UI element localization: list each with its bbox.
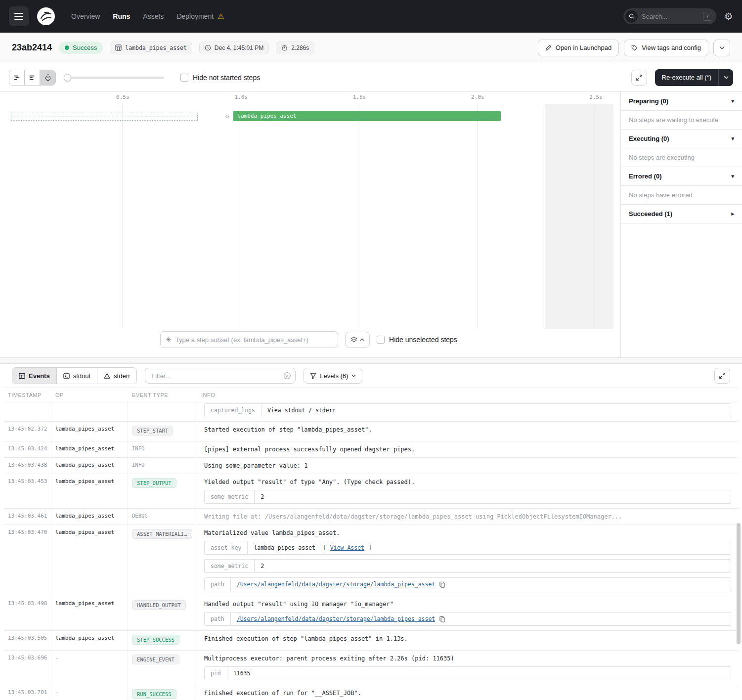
log-row[interactable]: 13:45:03.505lambda_pipes_assetSTEP_SUCCE…	[4, 631, 738, 651]
log-row[interactable]: 13:45:03.470lambda_pipes_assetASSET_MATE…	[4, 525, 738, 596]
log-info: captured_logsView stdout / stderr	[197, 402, 738, 421]
log-op: lambda_pipes_asset	[51, 509, 128, 525]
panel-splitter[interactable]	[0, 357, 742, 364]
log-message: Materialized value lambda_pipes_asset.	[204, 529, 731, 536]
metadata-entry: path/Users/alangenfeld/data/dagster/stor…	[204, 577, 731, 591]
expand-icon	[636, 74, 643, 81]
chevron-up-icon	[360, 338, 364, 341]
nav-item-overview[interactable]: Overview	[71, 12, 100, 20]
log-row[interactable]: captured_logsView stdout / stderr	[4, 402, 738, 422]
job-chip[interactable]: lambda_pipes_asset	[110, 42, 192, 54]
section-executing-header[interactable]: Executing (0) ▾	[621, 130, 742, 148]
log-filter	[145, 368, 296, 384]
log-info: Yielded output "result" of type "Any". (…	[197, 474, 738, 508]
log-row[interactable]: 13:45:03.453lambda_pipes_assetSTEP_OUTPU…	[4, 474, 738, 509]
timing-view-button[interactable]	[40, 70, 55, 85]
log-row[interactable]: 13:45:03.701-RUN_SUCCESSFinished executi…	[4, 685, 738, 700]
reexecute-all-button[interactable]: Re-execute all (*)	[655, 69, 718, 86]
time-axis-tick: 1.5s	[353, 94, 366, 100]
tab-stdout[interactable]: stdout	[57, 368, 97, 384]
copy-icon[interactable]	[439, 581, 445, 588]
log-row[interactable]: 13:45:03.438lambda_pipes_assetINFOUsing …	[4, 458, 738, 474]
waterfall-view-icon	[13, 74, 20, 81]
log-timestamp: 13:45:03.505	[4, 631, 51, 650]
tab-stderr[interactable]: stderr	[97, 368, 136, 384]
filter-input[interactable]	[145, 368, 296, 384]
section-errored-header[interactable]: Errored (0) ▾	[621, 167, 742, 186]
hamburger-menu-button[interactable]	[9, 6, 29, 26]
log-timestamp: 13:45:03.438	[4, 458, 51, 474]
log-info: Finished execution of run for "__ASSET_J…	[197, 685, 738, 700]
zoom-slider[interactable]	[65, 77, 164, 79]
event-type-badge: STEP_START	[132, 426, 173, 436]
levels-dropdown-button[interactable]: Levels (6)	[304, 368, 362, 384]
log-op: lambda_pipes_asset	[51, 596, 128, 630]
log-message: Handled output "result" using IO manager…	[204, 600, 731, 608]
gantt-fullscreen-button[interactable]	[631, 70, 647, 86]
log-op	[51, 402, 128, 421]
nav-item-assets[interactable]: Assets	[143, 12, 164, 20]
log-rows: captured_logsView stdout / stderr13:45:0…	[4, 402, 738, 700]
log-op: lambda_pipes_asset	[51, 458, 128, 474]
step-subset-input[interactable]	[175, 336, 333, 344]
log-op: lambda_pipes_asset	[51, 441, 128, 457]
flat-view-button[interactable]	[25, 70, 40, 85]
log-message: Multiprocess executor: parent process ex…	[204, 655, 731, 662]
metadata-path-link[interactable]: /Users/alangenfeld/data/dagster/storage/…	[237, 581, 436, 588]
tab-events[interactable]: Events	[12, 368, 57, 384]
metadata-key: some_metric	[205, 490, 255, 503]
hide-not-started-checkbox[interactable]	[180, 74, 188, 82]
copy-icon[interactable]	[439, 616, 445, 622]
section-preparing-header[interactable]: Preparing (0) ▾	[621, 92, 742, 111]
step-status-sidebar: Preparing (0) ▾ No steps are waiting to …	[620, 92, 742, 357]
settings-gear-icon[interactable]: ⚙	[724, 10, 733, 22]
metadata-value: 2	[255, 560, 270, 572]
view-asset-link[interactable]: View Asset	[330, 544, 364, 551]
run-actions-chevron-button[interactable]	[713, 40, 730, 56]
metadata-key: some_metric	[205, 560, 255, 572]
log-event-type: STEP_SUCCESS	[128, 631, 197, 650]
section-succeeded-header[interactable]: Succeeded (1) ▸	[621, 205, 742, 223]
time-axis-tick: 0.5s	[116, 94, 130, 100]
log-row[interactable]: 13:45:03.498lambda_pipes_assetHANDLED_OU…	[4, 596, 738, 631]
log-info: Using some_parameter value: 1	[197, 458, 738, 474]
events-scrollbar[interactable]	[737, 523, 741, 644]
open-in-launchpad-button[interactable]: Open in Launchpad	[538, 40, 619, 56]
log-row[interactable]: 13:45:02.372lambda_pipes_assetSTEP_START…	[4, 422, 738, 441]
log-message: Writing file at: /Users/alangenfeld/data…	[204, 513, 731, 520]
nav-item-deployment[interactable]: Deployment	[176, 12, 214, 20]
waterfall-view-button[interactable]	[9, 70, 25, 85]
log-timestamp: 13:45:03.470	[4, 525, 51, 596]
log-row[interactable]: 13:45:03.696-ENGINE_EVENTMultiprocess ex…	[4, 651, 738, 685]
zoom-slider-handle[interactable]	[64, 74, 71, 81]
step-visibility-button[interactable]	[345, 332, 370, 348]
log-info: [pipes] external process successfully op…	[197, 441, 738, 457]
gridline: 1.0s	[241, 104, 241, 329]
time-axis-tick: 1.0s	[234, 94, 248, 100]
log-event-type: RUN_SUCCESS	[128, 685, 197, 700]
log-event-type: DEBUG	[128, 509, 197, 525]
step-bar[interactable]: lambda_pipes_asset	[233, 111, 501, 121]
hide-unselected-checkbox[interactable]	[377, 336, 385, 344]
run-status-badge[interactable]: Success	[59, 42, 103, 54]
section-title: Executing (0)	[629, 135, 669, 142]
timer-icon	[281, 44, 288, 51]
metadata-path-link[interactable]: /Users/alangenfeld/data/dagster/storage/…	[237, 615, 436, 622]
timestamp-chip: Dec 4, 1:45:01 PM	[199, 42, 269, 54]
metadata-entry: path/Users/alangenfeld/data/dagster/stor…	[204, 612, 731, 626]
event-type-badge: ENGINE_EVENT	[132, 655, 179, 664]
log-row[interactable]: 13:45:03.424lambda_pipes_assetINFO[pipes…	[4, 441, 738, 458]
search-input[interactable]	[642, 13, 699, 20]
view-tags-config-button[interactable]: View tags and config	[624, 40, 708, 56]
log-row[interactable]: 13:45:03.461lambda_pipes_assetDEBUGWriti…	[4, 509, 738, 525]
reexecute-caret-button[interactable]	[718, 69, 733, 86]
log-op: lambda_pipes_asset	[51, 474, 128, 508]
clear-filter-icon[interactable]	[283, 372, 291, 380]
logs-fullscreen-button[interactable]	[714, 368, 730, 384]
flat-view-icon	[29, 74, 36, 81]
nav-item-runs[interactable]: Runs	[113, 12, 130, 20]
gantt-footer: ✳ Hide unselected steps	[4, 329, 613, 357]
funnel-icon	[310, 373, 316, 379]
global-search[interactable]: /	[623, 8, 716, 24]
step-subset-field: ✳	[160, 331, 338, 348]
